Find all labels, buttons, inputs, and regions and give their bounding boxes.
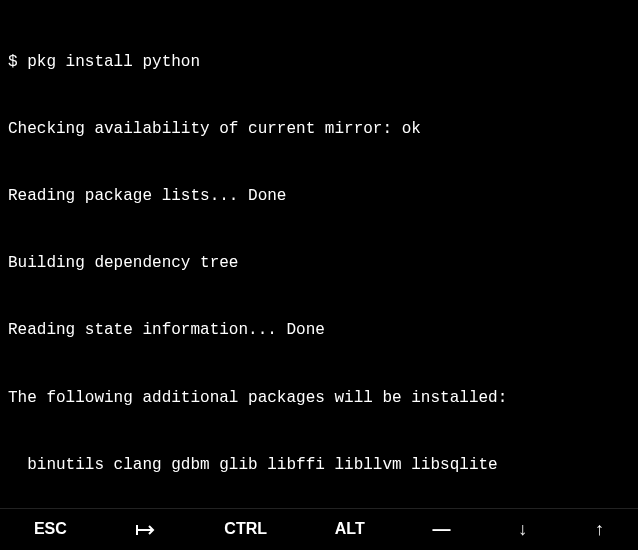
- dash-key-button[interactable]: —: [423, 511, 461, 548]
- terminal-line: Reading state information... Done: [8, 319, 630, 341]
- alt-key-button[interactable]: ALT: [325, 512, 375, 546]
- down-arrow-button[interactable]: ↓: [508, 511, 537, 548]
- up-arrow-button[interactable]: ↑: [585, 511, 614, 548]
- terminal-output[interactable]: $ pkg install python Checking availabili…: [0, 0, 638, 550]
- terminal-line: Building dependency tree: [8, 252, 630, 274]
- tab-key-button[interactable]: [125, 517, 167, 543]
- terminal-line: Checking availability of current mirror:…: [8, 118, 630, 140]
- ctrl-key-button[interactable]: CTRL: [214, 512, 277, 546]
- keyboard-toolbar: ESC CTRL ALT — ↓ ↑: [0, 508, 638, 550]
- terminal-line: binutils clang gdbm glib libffi libllvm …: [8, 454, 630, 476]
- terminal-line: The following additional packages will b…: [8, 387, 630, 409]
- tab-icon: [135, 523, 157, 537]
- terminal-line: Reading package lists... Done: [8, 185, 630, 207]
- terminal-line: $ pkg install python: [8, 51, 630, 73]
- esc-key-button[interactable]: ESC: [24, 512, 77, 546]
